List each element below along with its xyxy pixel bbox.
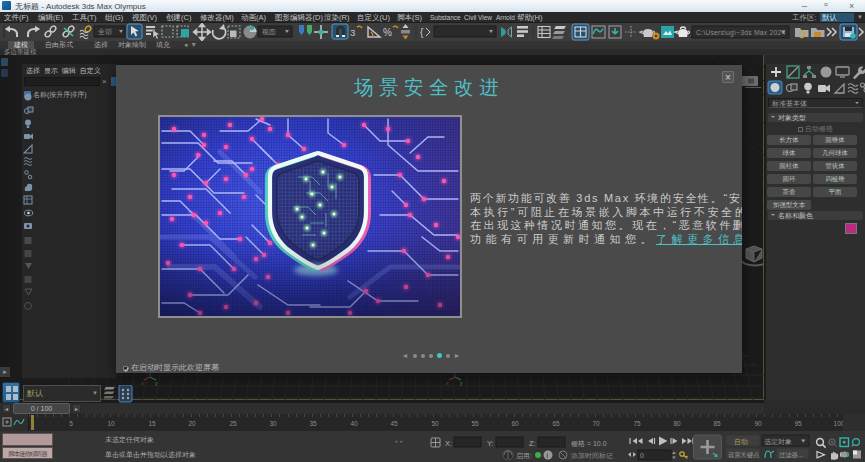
svg-text:%: % — [383, 27, 392, 38]
svg-text:过滤器...: 过滤器... — [779, 451, 803, 459]
svg-text:启用:: 启用: — [516, 452, 532, 460]
svg-text:x: x — [141, 380, 144, 386]
svg-text:{: { — [420, 27, 424, 38]
svg-text:Z:: Z: — [529, 439, 536, 448]
svg-text:3: 3 — [350, 27, 355, 38]
svg-text:视图: 视图 — [262, 28, 276, 36]
svg-text:0: 0 — [640, 452, 644, 459]
svg-text:全部: 全部 — [98, 28, 112, 36]
svg-text:选定对象: 选定对象 — [765, 438, 792, 446]
svg-text:自动: 自动 — [734, 438, 748, 446]
svg-text:x: x — [446, 380, 449, 386]
svg-text:C:\Users\ug\~3ds Max 2024: C:\Users\ug\~3ds Max 2024 — [696, 29, 785, 37]
svg-text:设置关键点: 设置关键点 — [728, 451, 759, 459]
svg-text:y: y — [460, 380, 463, 386]
svg-text:X:: X: — [445, 439, 452, 448]
svg-text:栅格 = 10.0: 栅格 = 10.0 — [571, 440, 607, 448]
svg-text:添加时间标记: 添加时间标记 — [570, 452, 613, 460]
svg-text:Y:: Y: — [487, 439, 494, 448]
